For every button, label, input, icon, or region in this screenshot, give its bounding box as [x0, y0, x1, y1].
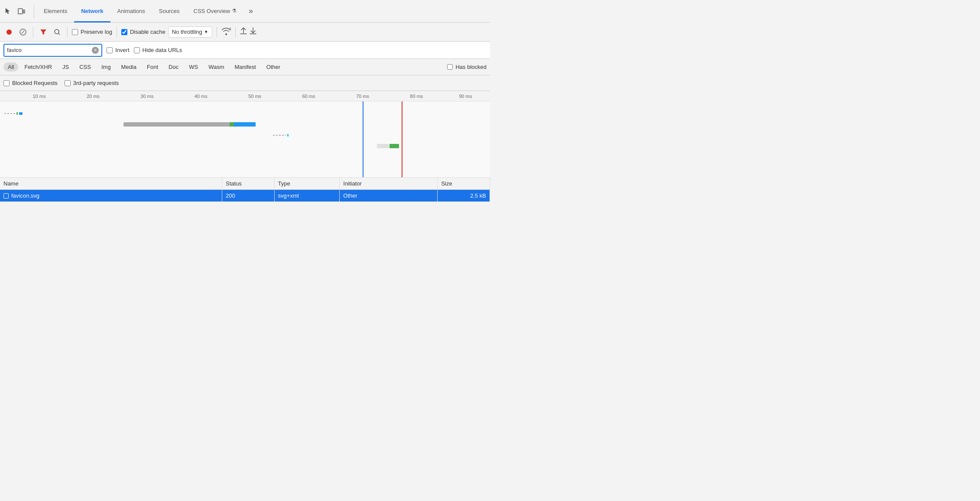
- cell-status: 200: [222, 190, 274, 202]
- table-header-row: Name Status Type Initiator Size: [0, 178, 490, 190]
- timeline-area: 10 ms 20 ms 30 ms 40 ms 50 ms 60 ms 70 m…: [0, 91, 490, 178]
- col-header-status: Status: [222, 178, 274, 190]
- svg-rect-12: [123, 122, 236, 127]
- type-filter-ws[interactable]: WS: [185, 62, 202, 72]
- preserve-log-checkbox[interactable]: [72, 29, 78, 35]
- type-filter-wasm[interactable]: Wasm: [204, 62, 228, 72]
- svg-rect-11: [19, 112, 23, 115]
- hide-data-urls-checkbox[interactable]: [134, 47, 140, 53]
- ruler-tick-90ms: 90 ms: [459, 94, 472, 99]
- cell-type: svg+xml: [274, 190, 340, 202]
- tab-network[interactable]: Network: [74, 0, 110, 23]
- type-filter-doc[interactable]: Doc: [164, 62, 183, 72]
- ruler-tick-50ms: 50 ms: [248, 94, 261, 99]
- disable-cache-checkbox[interactable]: [121, 29, 127, 35]
- col-header-type: Type: [274, 178, 340, 190]
- chevron-down-icon: ▼: [204, 29, 208, 34]
- type-filter-other[interactable]: Other: [262, 62, 285, 72]
- search-button[interactable]: [52, 26, 63, 38]
- third-party-checkbox[interactable]: [65, 80, 71, 86]
- tab-bar: Elements Network Animations Sources CSS …: [0, 0, 490, 23]
- waterfall-row-2: [0, 121, 490, 128]
- svg-rect-10: [16, 112, 18, 115]
- throttle-dropdown[interactable]: No throttling ▼: [168, 26, 212, 38]
- svg-rect-0: [18, 9, 23, 14]
- sep-1: [33, 27, 33, 37]
- wifi-icon[interactable]: [221, 27, 231, 36]
- waterfall-row-1: [0, 110, 490, 117]
- tab-sep-1: [34, 5, 34, 18]
- blocked-requests-label[interactable]: Blocked Requests: [3, 80, 58, 86]
- more-tabs-button[interactable]: »: [245, 5, 256, 17]
- ruler-tick-20ms: 20 ms: [87, 94, 100, 99]
- svg-rect-1: [23, 10, 25, 13]
- sep-5: [235, 27, 236, 37]
- type-filter-fetch-xhr[interactable]: Fetch/XHR: [20, 62, 56, 72]
- timeline-content: [0, 101, 490, 177]
- hide-data-urls-checkbox-label[interactable]: Hide data URLs: [134, 47, 182, 53]
- ruler-tick-10ms: 10 ms: [32, 94, 45, 99]
- network-table: Name Status Type Initiator Size favicon.…: [0, 178, 490, 202]
- svg-rect-17: [287, 134, 289, 137]
- sep-4: [217, 27, 217, 37]
- cell-initiator: Other: [340, 190, 438, 202]
- ruler-tick-60ms: 60 ms: [302, 94, 315, 99]
- ruler-tick-80ms: 80 ms: [410, 94, 423, 99]
- cursor-icon[interactable]: [3, 7, 13, 16]
- blocked-row: Blocked Requests 3rd-party requests: [0, 75, 490, 91]
- type-filter-media[interactable]: Media: [117, 62, 141, 72]
- col-header-size: Size: [438, 178, 490, 190]
- filter-input[interactable]: [7, 47, 92, 53]
- import-button[interactable]: [240, 27, 247, 37]
- svg-rect-19: [389, 144, 399, 148]
- disable-cache-checkbox-label[interactable]: Disable cache: [121, 29, 165, 35]
- devtools-icons: [3, 7, 26, 16]
- invert-checkbox-label[interactable]: Invert: [107, 47, 130, 53]
- col-header-name: Name: [0, 178, 222, 190]
- svg-line-6: [58, 33, 60, 35]
- search-input-wrap: ✕: [3, 44, 102, 57]
- type-filter-font[interactable]: Font: [143, 62, 162, 72]
- svg-line-4: [22, 31, 24, 33]
- blocked-requests-checkbox[interactable]: [3, 80, 10, 86]
- ruler-tick-30ms: 30 ms: [140, 94, 153, 99]
- ruler-tick-70ms: 70 ms: [356, 94, 369, 99]
- sep-2: [67, 27, 68, 37]
- third-party-label[interactable]: 3rd-party requests: [65, 80, 119, 86]
- sep-3: [117, 27, 117, 37]
- col-header-initiator: Initiator: [340, 178, 438, 190]
- tab-animations[interactable]: Animations: [110, 0, 152, 23]
- row-checkbox[interactable]: [3, 193, 9, 198]
- svg-point-5: [55, 29, 59, 34]
- ruler-tick-40ms: 40 ms: [195, 94, 208, 99]
- export-button[interactable]: [250, 27, 256, 37]
- has-blocked-checkbox[interactable]: [447, 64, 453, 70]
- record-button[interactable]: [3, 26, 15, 38]
- tab-sources[interactable]: Sources: [152, 0, 187, 23]
- table-row[interactable]: favicon.svg200svg+xmlOther2.5 kB: [0, 190, 490, 202]
- clear-filter-button[interactable]: ✕: [92, 47, 99, 54]
- type-filter-img[interactable]: Img: [97, 62, 115, 72]
- type-filter-js[interactable]: JS: [58, 62, 73, 72]
- timeline-ruler: 10 ms 20 ms 30 ms 40 ms 50 ms 60 ms 70 m…: [0, 91, 490, 101]
- filter-button[interactable]: [38, 26, 49, 38]
- type-filter-all[interactable]: All: [3, 62, 18, 72]
- network-toolbar: Preserve log Disable cache No throttling…: [0, 23, 490, 42]
- type-filter-css[interactable]: CSS: [75, 62, 95, 72]
- clear-button[interactable]: [17, 26, 29, 38]
- filter-row: ✕ Invert Hide data URLs: [0, 42, 490, 59]
- svg-rect-15: [234, 122, 256, 127]
- dom-content-loaded-line: [363, 101, 363, 177]
- invert-checkbox[interactable]: [107, 47, 113, 53]
- preserve-log-checkbox-label[interactable]: Preserve log: [72, 29, 112, 35]
- svg-line-7: [230, 28, 231, 29]
- device-icon[interactable]: [16, 7, 26, 16]
- waterfall-row-4: [0, 143, 490, 150]
- cell-size: 2.5 kB: [438, 190, 490, 202]
- tab-elements[interactable]: Elements: [37, 0, 74, 23]
- load-event-line: [402, 101, 402, 177]
- tab-css-overview[interactable]: CSS Overview ⚗: [187, 0, 244, 23]
- waterfall-row-3: [0, 132, 490, 139]
- cell-name: favicon.svg: [0, 190, 222, 202]
- type-filter-manifest[interactable]: Manifest: [230, 62, 260, 72]
